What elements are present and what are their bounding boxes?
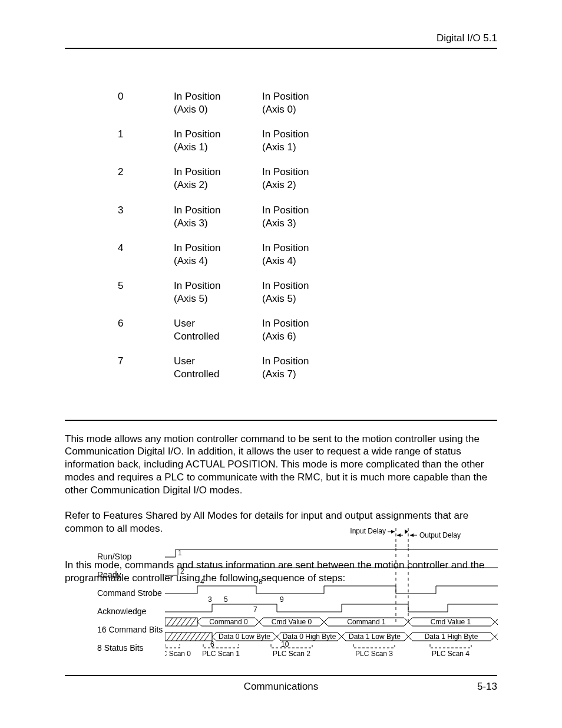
cmdv1: Cmd Value 1 [431, 618, 471, 626]
svg-marker-8 [410, 533, 414, 537]
svg-marker-1 [391, 530, 395, 533]
signal-command-bits: 16 Command Bits [97, 621, 163, 639]
status-bits-row: Data 0 Low Byte Data 0 High Byte Data 1 … [165, 633, 498, 641]
timing-n10: 10 [281, 640, 289, 648]
timing-n2: 2 [180, 567, 184, 575]
ps3: PLC Scan 3 [355, 650, 393, 658]
ps1: PLC Scan 1 [202, 650, 240, 658]
timing-n9: 9 [280, 595, 284, 604]
cmdv0: Cmd Value 0 [272, 618, 312, 626]
signal-command-strobe: Command Strobe [97, 584, 163, 602]
table-row: 1In Position(Axis 1)In Position(Axis 1) [118, 128, 351, 166]
table-row: 5In Position(Axis 5)In Position(Axis 5) [118, 279, 351, 317]
table-row: 7UserControlledIn Position(Axis 7) [118, 355, 351, 393]
row-index: 1 [118, 128, 174, 166]
signal-acknowledge: Acknowledge [97, 602, 163, 621]
table-row: 2In Position(Axis 2)In Position(Axis 2) [118, 166, 351, 203]
row-index: 0 [118, 90, 174, 128]
timing-n3: 3 [208, 595, 212, 604]
row-col-b: In Position(Axis 5) [262, 279, 351, 317]
row-col-b: In Position(Axis 6) [262, 317, 351, 355]
page: Digital I/O 5.1 0In Position(Axis 0)In P… [0, 0, 562, 728]
table-row: 6UserControlledIn Position(Axis 6) [118, 317, 351, 355]
d1l: Data 1 Low Byte [349, 633, 401, 641]
footer-center: Communications [65, 681, 497, 693]
timing-n7: 7 [253, 605, 257, 614]
timing-n6: 6 [210, 640, 214, 648]
axis-table: 0In Position(Axis 0)In Position(Axis 0)1… [118, 90, 497, 393]
row-col-a: UserControlled [174, 355, 262, 393]
row-index: 6 [118, 317, 174, 355]
row-index: 7 [118, 355, 174, 393]
row-col-b: In Position(Axis 4) [262, 242, 351, 279]
timing-n1: 1 [178, 549, 182, 557]
row-index: 5 [118, 279, 174, 317]
header-text: Digital I/O 5.1 [437, 32, 497, 44]
horizontal-rule [65, 420, 497, 421]
row-col-a: In Position(Axis 2) [174, 166, 262, 203]
timing-n8: 8 [259, 578, 263, 586]
label-output-delay: Output Delay [419, 531, 461, 539]
label-input-delay: Input Delay [350, 527, 386, 535]
cmd1: Command 1 [347, 618, 386, 626]
signal-status-bits: 8 Status Bits [97, 639, 163, 657]
row-col-a: In Position(Axis 5) [174, 279, 262, 317]
row-index: 3 [118, 204, 174, 242]
page-header: Digital I/O 5.1 [65, 32, 497, 49]
ps4: PLC Scan 4 [432, 650, 470, 658]
timing-diagram: Input Delay Output Delay 1 2 4 8 [165, 525, 498, 660]
row-col-b: In Position(Axis 2) [262, 166, 351, 203]
command-bits-row: Command 0 Cmd Value 0 Command 1 Cmd Valu… [165, 618, 498, 626]
ps0: PLC Scan 0 [165, 650, 191, 658]
paragraph-1: This mode allows any motion controller c… [65, 433, 497, 497]
timing-n5: 5 [224, 595, 228, 604]
plc-scans: 6 10 PLC Scan 0 PLC Scan 1 PLC Scan 2 PL… [165, 640, 471, 658]
row-col-a: In Position(Axis 0) [174, 90, 262, 128]
row-col-a: In Position(Axis 3) [174, 204, 262, 242]
d1h: Data 1 High Byte [425, 633, 478, 641]
d0h: Data 0 High Byte [283, 633, 336, 641]
page-footer: Communications 5-13 [65, 675, 497, 693]
row-index: 4 [118, 242, 174, 279]
signal-labels: Run/Stop Ready Command Strobe Acknowledg… [97, 548, 163, 657]
ps2: PLC Scan 2 [273, 650, 310, 658]
table-row: 0In Position(Axis 0)In Position(Axis 0) [118, 90, 351, 128]
table-row: 3In Position(Axis 3)In Position(Axis 3) [118, 204, 351, 242]
table-row: 4In Position(Axis 4)In Position(Axis 4) [118, 242, 351, 279]
signal-ready: Ready [97, 566, 163, 584]
row-col-b: In Position(Axis 3) [262, 204, 351, 242]
d0l: Data 0 Low Byte [219, 633, 270, 641]
cmd0: Command 0 [209, 618, 248, 626]
signal-run-stop: Run/Stop [97, 548, 163, 566]
row-col-a: In Position(Axis 4) [174, 242, 262, 279]
row-col-b: In Position(Axis 1) [262, 128, 351, 166]
row-col-a: In Position(Axis 1) [174, 128, 262, 166]
svg-marker-4 [397, 533, 401, 537]
row-col-b: In Position(Axis 7) [262, 355, 351, 393]
row-index: 2 [118, 166, 174, 203]
timing-n4: 4 [200, 578, 204, 586]
row-col-a: UserControlled [174, 317, 262, 355]
svg-marker-6 [405, 529, 408, 534]
row-col-b: In Position(Axis 0) [262, 90, 351, 128]
